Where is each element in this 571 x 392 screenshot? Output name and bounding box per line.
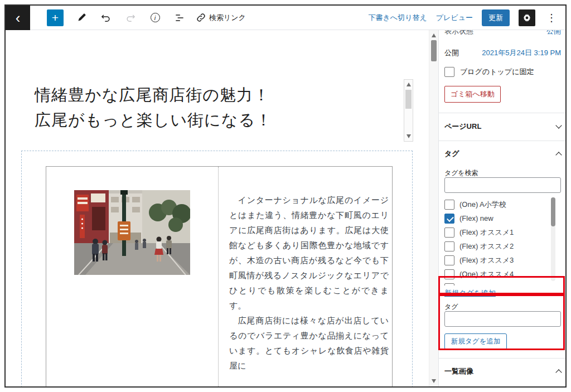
update-button[interactable]: 更新 [482,9,510,26]
browser-content-frame: ‹ + i 検索リンク [4,4,567,388]
edit-mode-button[interactable] [75,11,88,25]
tag-checkbox[interactable] [444,214,454,224]
tag-checkbox[interactable] [444,228,454,238]
tag-label: (Flex) new [459,214,493,222]
columns-block: インターナショナルな広尾のイメージとはまた違う、情緒豊かな下町風のエリアに広尾商… [46,166,393,388]
pencil-icon [76,12,87,23]
chevron-down-icon [555,122,562,128]
tag-list-item[interactable]: (Flex) オススメ3 [444,253,561,267]
street-photo-illustration [74,190,190,275]
body-paragraph-2: 広尾商店街には様々な店が出店しているのでバラエティ豊かな品揃えになっています。と… [229,313,389,373]
preview-link[interactable]: プレビュー [436,13,473,23]
link-icon [196,13,206,22]
body-paragraph-1: インターナショナルな広尾のイメージとはまた違う、情緒豊かな下町風のエリアに広尾商… [229,192,389,313]
new-tag-input[interactable] [444,311,561,327]
list-image-panel-header[interactable]: 一覧画像 [444,358,561,385]
list-view-icon [174,12,185,23]
tag-list-item[interactable]: (One) オススメ4 [444,267,561,281]
content-scrollbar[interactable] [429,30,438,386]
publish-date-link[interactable]: 2021年5月24日 3:19 PM [482,48,561,58]
trash-row: ゴミ箱へ移動 [444,86,561,103]
toolbar-right-group: 下書きへ切り替え プレビュー 更新 ⋮ [369,6,559,30]
stick-to-top-label: ブログのトップに固定 [460,67,534,77]
page-url-label: ページURL [444,122,481,132]
add-block-button[interactable]: + [47,9,64,26]
chevron-up-icon [555,369,562,375]
search-tags-input[interactable] [444,177,561,193]
editor-toolbar: ‹ + i 検索リンク [6,6,565,30]
tag-label: (One) A小学校 [459,200,506,210]
wordpress-editor-page: ‹ + i 検索リンク [0,0,571,392]
gear-icon [522,13,531,22]
chevron-up-icon [555,152,562,158]
new-tag-field-label: タグ [444,302,561,312]
visibility-row: 表示状態 公開 [444,30,561,38]
scrollbar-thumb[interactable] [405,90,412,109]
tag-list-item[interactable]: (Flex) オススメ1 [444,225,561,239]
search-tags-label: タグを検索 [444,168,561,178]
settings-button[interactable] [519,9,535,26]
tag-checkbox[interactable] [444,255,454,265]
scroll-up-icon [407,83,411,86]
settings-sidebar: 表示状態 公開 公開 2021年5月24日 3:19 PM ブログのトップに固定… [438,30,567,386]
tag-checkbox[interactable] [444,283,454,286]
list-view-button[interactable] [173,11,186,25]
stick-to-top-checkbox[interactable] [444,67,454,77]
options-menu-button[interactable]: ⋮ [544,12,559,24]
search-link-button[interactable]: 検索リンク [196,13,246,23]
street-photo-block[interactable] [74,190,190,275]
add-new-tag-button[interactable]: 新規タグを追加 [444,333,507,350]
tag-list-scrollbar[interactable] [551,197,555,281]
redo-button[interactable] [124,11,137,25]
body-text-column[interactable]: インターナショナルな広尾のイメージとはまた違う、情緒豊かな下町風のエリアに広尾商… [229,192,389,373]
details-button[interactable]: i [148,11,162,25]
post-title-line-2: 広尾がもっと楽しい街になる！ [35,108,391,133]
scroll-up-icon [432,33,436,37]
tag-label: (Flex) オススメ2 [459,241,514,251]
tag-list-item[interactable]: (Flex) new [444,211,561,225]
undo-button[interactable] [99,11,113,25]
back-button[interactable]: ‹ [6,6,30,30]
tag-list-item[interactable]: (Flex) オススメ2 [444,239,561,253]
tag-label: (One) オススメ4 [459,269,514,279]
tag-list-item[interactable]: (One) A小学校 [444,197,561,211]
tag-label: (Flex) オススメ1 [459,228,514,238]
info-icon: i [151,13,160,22]
move-to-trash-button[interactable]: ゴミ箱へ移動 [444,86,501,103]
switch-to-draft-link[interactable]: 下書きへ切り替え [369,13,427,23]
scrollbar-thumb[interactable] [551,197,555,226]
tag-label: (Flex) オススメ3 [459,255,514,265]
visibility-value-link[interactable]: 公開 [546,30,561,34]
scroll-down-icon [407,134,411,138]
tag-checkbox[interactable] [444,269,454,279]
plus-icon: + [52,11,59,25]
tags-panel-label: タグ [444,149,459,159]
tag-checklist: (One) A小学校 (Flex) new (Flex) オススメ1 (Flex… [444,197,561,285]
chevron-left-icon: ‹ [16,11,21,25]
publish-label: 公開 [444,48,459,58]
post-title[interactable]: 情緒豊かな広尾商店街の魅力！ 広尾がもっと楽しい街になる！ [35,83,391,133]
search-link-label: 検索リンク [209,13,246,23]
undo-icon [100,12,112,23]
page-url-panel-header[interactable]: ページURL [444,113,561,141]
post-title-line-1: 情緒豊かな広尾商店街の魅力！ [35,83,391,108]
ellipsis-icon: ⋮ [546,12,557,23]
visibility-label: 表示状態 [444,30,473,34]
scrollbar-thumb[interactable] [431,40,437,61]
title-scrollbar[interactable] [404,79,413,142]
tag-checkbox[interactable] [444,241,454,251]
stick-to-top-row[interactable]: ブログのトップに固定 [444,67,561,77]
tag-list-item[interactable] [444,281,561,285]
list-image-label: 一覧画像 [444,366,473,376]
publish-row: 公開 2021年5月24日 3:19 PM [444,48,561,58]
tags-panel-header[interactable]: タグ [444,141,561,167]
scroll-down-icon [432,379,436,383]
tag-checkbox[interactable] [444,200,454,210]
add-new-tag-link[interactable]: 新規タグを追加 [444,289,496,297]
column-divider [218,167,219,388]
redo-icon [125,12,136,23]
